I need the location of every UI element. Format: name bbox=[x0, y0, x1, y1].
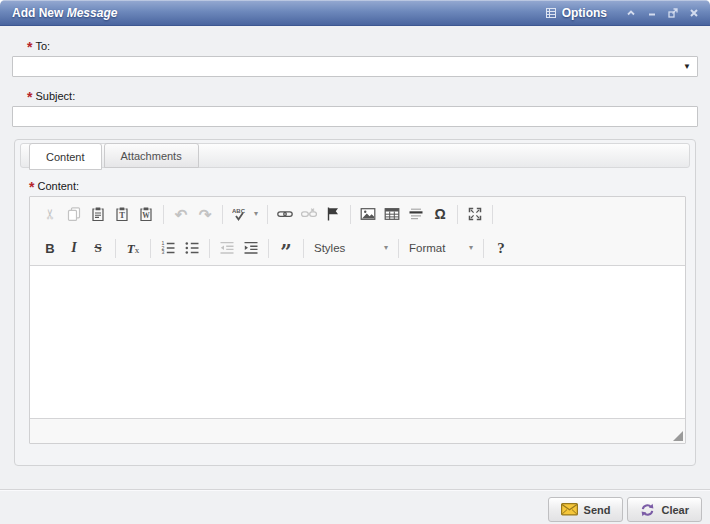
format-dropdown[interactable]: Format ▾ bbox=[404, 236, 478, 260]
cut-button: ✂ bbox=[38, 202, 62, 226]
to-combobox: ▼ bbox=[12, 56, 698, 77]
message-tab-panel: Content Attachments *Content: ✂ bbox=[14, 139, 696, 466]
anchor-flag-icon bbox=[325, 206, 341, 222]
undo-icon: ↶ bbox=[175, 207, 188, 222]
maximize-icon bbox=[467, 206, 483, 222]
image-button[interactable] bbox=[356, 202, 380, 226]
help-icon: ? bbox=[497, 240, 505, 257]
tab-content[interactable]: Content bbox=[29, 143, 102, 170]
editor-content-area[interactable] bbox=[30, 266, 685, 418]
rich-text-editor: ✂ bbox=[29, 196, 686, 444]
svg-text:ABC: ABC bbox=[232, 208, 246, 214]
to-label-text: To: bbox=[35, 40, 50, 52]
paste-plain-text-button[interactable]: T bbox=[110, 202, 134, 226]
special-character-button[interactable]: Ω bbox=[428, 202, 452, 226]
spell-check-button[interactable]: ABC ▾ bbox=[228, 202, 262, 226]
dialog-titlebar[interactable]: Add New Message Options bbox=[0, 0, 710, 26]
send-envelope-icon bbox=[561, 503, 578, 516]
close-button[interactable] bbox=[687, 6, 701, 20]
link-button[interactable] bbox=[273, 202, 297, 226]
toolbar-separator bbox=[492, 205, 493, 224]
dialog-title-emphasis: Message bbox=[67, 6, 118, 20]
send-button[interactable]: Send bbox=[548, 497, 624, 522]
remove-format-icon: Tx bbox=[127, 242, 139, 255]
paste-icon bbox=[90, 206, 106, 222]
toolbar-separator bbox=[150, 239, 151, 258]
subject-label: *Subject: bbox=[27, 89, 698, 102]
table-button[interactable] bbox=[380, 202, 404, 226]
paste-plain-text-icon: T bbox=[114, 206, 130, 222]
paste-from-word-button[interactable]: W bbox=[134, 202, 158, 226]
block-quote-icon: ” bbox=[280, 248, 292, 256]
toolbar-separator bbox=[267, 205, 268, 224]
toolbar-separator bbox=[350, 205, 351, 224]
tab-attachments[interactable]: Attachments bbox=[104, 143, 199, 168]
editor-status-bar bbox=[30, 418, 685, 443]
remove-format-button[interactable]: Tx bbox=[121, 236, 145, 260]
dialog-title: Add New Message bbox=[12, 6, 545, 20]
anchor-flag-button[interactable] bbox=[321, 202, 345, 226]
tab-strip: Content Attachments bbox=[20, 143, 690, 168]
dialog-title-prefix: Add New bbox=[12, 6, 63, 20]
block-quote-button[interactable]: ” bbox=[274, 236, 298, 260]
maximize-button[interactable] bbox=[463, 202, 487, 226]
italic-icon: I bbox=[71, 240, 76, 256]
collapse-button[interactable] bbox=[624, 6, 638, 20]
options-button-label: Options bbox=[562, 6, 607, 20]
about-button[interactable]: ? bbox=[489, 236, 513, 260]
spell-check-icon: ABC bbox=[232, 207, 250, 222]
strikethrough-button[interactable]: S bbox=[86, 236, 110, 260]
styles-dropdown-label: Styles bbox=[314, 242, 345, 254]
subject-label-text: Subject: bbox=[35, 90, 75, 102]
format-dropdown-label: Format bbox=[409, 242, 445, 254]
subject-input[interactable] bbox=[12, 106, 698, 127]
clear-button-label: Clear bbox=[661, 504, 689, 516]
tab-content-label: Content bbox=[46, 151, 85, 163]
link-icon bbox=[277, 206, 293, 222]
copy-button bbox=[62, 202, 86, 226]
editor-resize-grip[interactable] bbox=[673, 431, 683, 441]
window-controls bbox=[624, 6, 701, 20]
toolbar-separator bbox=[457, 205, 458, 224]
restore-button[interactable] bbox=[666, 6, 680, 20]
options-grid-icon bbox=[545, 7, 557, 19]
toolbar-row-1: ✂ bbox=[30, 197, 685, 231]
paste-from-word-icon: W bbox=[138, 206, 154, 222]
strikethrough-icon: S bbox=[94, 240, 101, 256]
toolbar-separator bbox=[303, 239, 304, 258]
bulleted-list-button[interactable] bbox=[180, 236, 204, 260]
svg-text:3: 3 bbox=[161, 249, 164, 255]
unlink-button bbox=[297, 202, 321, 226]
styles-caret-icon: ▾ bbox=[384, 244, 388, 252]
clear-button[interactable]: Clear bbox=[627, 497, 702, 522]
toolbar-separator bbox=[268, 239, 269, 258]
remove-format-x: x bbox=[135, 246, 140, 255]
minimize-button[interactable] bbox=[645, 6, 659, 20]
toolbar-separator bbox=[163, 205, 164, 224]
horizontal-line-button[interactable] bbox=[404, 202, 428, 226]
increase-indent-icon bbox=[243, 240, 259, 256]
image-icon bbox=[360, 206, 376, 222]
required-asterisk: * bbox=[29, 179, 34, 195]
to-dropdown-trigger[interactable]: ▼ bbox=[677, 57, 697, 76]
toolbar-separator bbox=[483, 239, 484, 258]
increase-indent-button[interactable] bbox=[239, 236, 263, 260]
toolbar-row-2: B I S Tx bbox=[30, 231, 685, 265]
cut-icon: ✂ bbox=[43, 208, 57, 220]
bold-button[interactable]: B bbox=[38, 236, 62, 260]
content-label: *Content: bbox=[29, 179, 690, 192]
paste-button[interactable] bbox=[86, 202, 110, 226]
table-icon bbox=[384, 206, 400, 222]
subject-field bbox=[12, 106, 698, 127]
required-asterisk: * bbox=[27, 39, 32, 55]
unlink-icon bbox=[301, 206, 317, 222]
toolbar-separator bbox=[398, 239, 399, 258]
bold-icon: B bbox=[45, 241, 54, 256]
italic-button[interactable]: I bbox=[62, 236, 86, 260]
combo-caret-icon: ▼ bbox=[683, 63, 691, 71]
to-input[interactable] bbox=[12, 56, 698, 77]
styles-dropdown[interactable]: Styles ▾ bbox=[309, 236, 393, 260]
options-button[interactable]: Options bbox=[545, 6, 607, 20]
tab-attachments-label: Attachments bbox=[121, 150, 182, 162]
numbered-list-button[interactable]: 123 bbox=[156, 236, 180, 260]
